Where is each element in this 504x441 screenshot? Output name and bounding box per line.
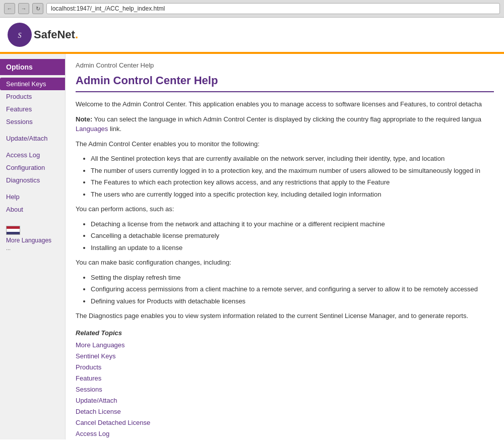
note-paragraph: Note: You can select the language in whi… [76,114,494,134]
forward-button[interactable]: → [18,3,29,14]
list-item: The number of users currently logged in … [91,166,494,176]
sidebar-item-products[interactable]: Products [0,90,65,103]
monitor-list: All the Sentinel protection keys that ar… [91,154,494,199]
sidebar-item-diagnostics[interactable]: Diagnostics [0,174,65,186]
related-link-features[interactable]: Features [76,373,494,384]
related-link-update-attach[interactable]: Update/Attach [76,395,494,406]
logo-dot: . [75,28,78,41]
related-topics: Related Topics More Languages Sentinel K… [76,329,494,440]
list-item: Installing an update to a license [91,243,494,253]
list-item: Defining values for Products with detach… [91,296,494,306]
list-item: Setting the display refresh time [91,273,494,283]
header: S SafeNet. [0,18,504,54]
logo: S SafeNet. [8,23,78,47]
us-flag-icon[interactable] [6,226,20,235]
breadcrumb: Admin Control Center Help [76,61,494,69]
logo-icon: S [8,23,32,47]
back-button[interactable]: ← [4,3,15,14]
list-item: Configuring access permissions from a cl… [91,284,494,294]
list-item: Detaching a license from the network and… [91,219,494,229]
sidebar-item-configuration[interactable]: Configuration [0,161,65,174]
address-bar[interactable] [46,3,500,14]
layout: Options Sentinel Keys Products Features … [0,54,504,439]
sidebar-item-about[interactable]: About [0,203,65,216]
main-content: Admin Control Center Help Admin Control … [66,54,504,439]
perform-text: You can perform actions, such as: [76,204,494,214]
sidebar: Options Sentinel Keys Products Features … [0,54,66,439]
sidebar-title: Options [0,59,65,75]
related-link-sessions[interactable]: Sessions [76,384,494,395]
sidebar-item-sessions[interactable]: Sessions [0,115,65,128]
config-list: Setting the display refresh time Configu… [91,273,494,306]
related-link-cancel-detached-license[interactable]: Cancel Detached License [76,417,494,428]
enables-text: The Admin Control Center enables you to … [76,139,494,149]
intro-paragraph: Welcome to the Admin Control Center. Thi… [76,99,494,109]
reload-button[interactable]: ↻ [32,3,43,14]
language-dots: ... [6,245,11,251]
flag-area: More Languages ... [0,221,65,257]
list-item: The Features to which each protection ke… [91,177,494,187]
sidebar-item-sentinel-keys[interactable]: Sentinel Keys [0,78,65,90]
sidebar-item-help[interactable]: Help [0,191,65,203]
sidebar-item-update-attach[interactable]: Update/Attach [0,132,65,145]
related-link-sentinel-keys[interactable]: Sentinel Keys [76,351,494,362]
languages-link[interactable]: Languages [76,125,108,133]
svg-text:S: S [18,32,22,39]
related-link-more-languages[interactable]: More Languages [76,340,494,351]
related-topics-title: Related Topics [76,329,494,337]
related-link-access-log[interactable]: Access Log [76,428,494,439]
page-title: Admin Control Center Help [76,74,494,92]
list-item: The users who are currently logged into … [91,190,494,200]
note-label: Note: [76,115,92,123]
related-link-detach-license[interactable]: Detach License [76,406,494,417]
browser-chrome: ← → ↻ [0,0,504,18]
logo-text: SafeNet [34,28,75,41]
sidebar-item-features[interactable]: Features [0,103,65,115]
list-item: Cancelling a detachable license prematur… [91,231,494,241]
related-link-products[interactable]: Products [76,362,494,373]
make-text: You can make basic configuration changes… [76,258,494,268]
more-languages-link[interactable]: More Languages [6,237,59,244]
diagnostics-text: The Diagnostics page enables you to view… [76,311,494,321]
sidebar-item-access-log[interactable]: Access Log [0,149,65,161]
list-item: All the Sentinel protection keys that ar… [91,154,494,164]
actions-list: Detaching a license from the network and… [91,219,494,253]
